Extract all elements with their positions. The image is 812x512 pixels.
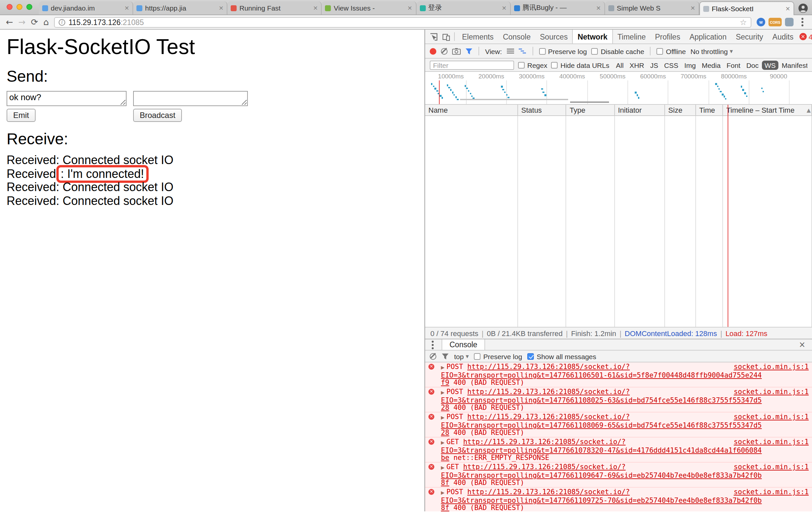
devtools-tab-timeline[interactable]: Timeline: [613, 30, 650, 43]
screenshot-icon[interactable]: [452, 48, 461, 54]
resource-type-filter-media[interactable]: Media: [699, 60, 723, 69]
tab-close-icon[interactable]: ×: [313, 5, 318, 11]
filter-funnel-icon[interactable]: [465, 48, 472, 54]
resource-type-filter-manifest[interactable]: Manifest: [779, 60, 807, 69]
disclosure-triangle-icon[interactable]: ▶: [441, 415, 444, 420]
traffic-light-close[interactable]: [7, 4, 12, 10]
inspect-icon[interactable]: [428, 33, 439, 40]
browser-tab[interactable]: Flask-SocketI×: [699, 1, 794, 15]
throttling-select[interactable]: No throttling ▼: [690, 47, 733, 55]
resource-type-filter-css[interactable]: CSS: [661, 60, 681, 69]
browser-tab[interactable]: dev.jiandao.im×: [39, 1, 133, 14]
network-filter-input[interactable]: [430, 60, 514, 69]
tab-close-icon[interactable]: ×: [596, 5, 601, 11]
extension-badge[interactable]: [785, 18, 793, 26]
devtools-tab-audits[interactable]: Audits: [768, 30, 798, 43]
view-waterfall-icon[interactable]: [518, 48, 526, 54]
source-location-link[interactable]: socket.io.min.js:1: [733, 413, 809, 420]
network-overview[interactable]: 10000ms20000ms30000ms40000ms50000ms60000…: [425, 72, 812, 105]
console-close-icon[interactable]: ×: [799, 340, 805, 349]
tab-close-icon[interactable]: ×: [785, 6, 790, 11]
source-location-link[interactable]: socket.io.min.js:1: [733, 438, 809, 446]
tab-close-icon[interactable]: ×: [501, 5, 506, 11]
resource-type-filter-ws[interactable]: WS: [762, 60, 778, 69]
browser-tab[interactable]: 腾讯Bugly - —×: [511, 1, 605, 14]
show-all-messages-checkbox[interactable]: Show all messages: [527, 352, 596, 360]
console-filter-icon[interactable]: [442, 353, 449, 359]
devtools-tab-profiles[interactable]: Profiles: [650, 30, 685, 43]
back-icon[interactable]: ←: [6, 18, 13, 26]
column-header-time[interactable]: Time: [696, 105, 723, 115]
device-toolbar-icon[interactable]: [440, 33, 452, 40]
omnibox[interactable]: i 115.29.173.126:21085 ☆: [54, 17, 751, 27]
broadcast-textarea[interactable]: [133, 91, 248, 106]
browser-menu-icon[interactable]: [802, 21, 804, 23]
error-badge[interactable]: × 41: [800, 33, 812, 40]
forward-icon[interactable]: →: [19, 18, 26, 26]
resource-type-filter-all[interactable]: All: [613, 60, 626, 69]
devtools-tab-security[interactable]: Security: [731, 30, 768, 43]
browser-tab[interactable]: 登录×: [416, 1, 511, 14]
sort-arrow-icon[interactable]: ▲: [807, 108, 811, 113]
resource-type-filter-js[interactable]: JS: [647, 60, 661, 69]
execution-context-select[interactable]: top ▼: [454, 352, 469, 360]
emit-button[interactable]: Emit: [7, 109, 36, 122]
tab-close-icon[interactable]: ×: [690, 5, 695, 11]
devtools-tab-network[interactable]: Network: [573, 30, 613, 43]
disclosure-triangle-icon[interactable]: ▶: [441, 490, 444, 495]
tab-close-icon[interactable]: ×: [219, 5, 224, 11]
info-icon[interactable]: i: [59, 19, 65, 25]
console-drawer-menu-icon[interactable]: [432, 344, 434, 345]
column-header-status[interactable]: Status: [518, 105, 567, 115]
profile-avatar-icon[interactable]: [798, 3, 808, 13]
column-header-type[interactable]: Type: [567, 105, 615, 115]
devtools-tab-sources[interactable]: Sources: [535, 30, 572, 43]
offline-checkbox[interactable]: Offline: [657, 47, 686, 55]
disable-cache-checkbox[interactable]: Disable cache: [591, 47, 644, 55]
broadcast-button[interactable]: Broadcast: [133, 109, 182, 122]
console-preserve-log-checkbox[interactable]: Preserve log: [474, 352, 522, 360]
preserve-log-checkbox[interactable]: Preserve log: [539, 47, 587, 55]
record-button[interactable]: [430, 48, 436, 54]
column-header-initiator[interactable]: Initiator: [615, 105, 665, 115]
browser-tab[interactable]: https://app.jia×: [133, 1, 227, 14]
bookmark-star-icon[interactable]: ☆: [740, 18, 747, 27]
resource-type-filter-xhr[interactable]: XHR: [627, 60, 646, 69]
reload-icon[interactable]: ⟳: [31, 18, 38, 26]
home-icon[interactable]: ⌂: [43, 18, 49, 26]
extension-badge[interactable]: CORS: [768, 18, 782, 26]
source-location-link[interactable]: socket.io.min.js:1: [733, 363, 809, 370]
browser-tab[interactable]: Running Fast×: [228, 1, 322, 14]
source-location-link[interactable]: socket.io.min.js:1: [733, 388, 809, 395]
source-location-link[interactable]: socket.io.min.js:1: [733, 488, 809, 495]
column-header-timeline[interactable]: Timeline – Start Time: [723, 105, 812, 115]
devtools-tab-elements[interactable]: Elements: [457, 30, 498, 43]
column-header-name[interactable]: Name: [425, 105, 518, 115]
column-header-size[interactable]: Size: [665, 105, 696, 115]
clear-icon[interactable]: [441, 48, 447, 54]
console-tab[interactable]: Console: [442, 339, 485, 350]
resource-type-filter-doc[interactable]: Doc: [744, 60, 761, 69]
resource-type-filter-img[interactable]: Img: [682, 60, 698, 69]
disclosure-triangle-icon[interactable]: ▶: [441, 390, 444, 395]
disclosure-triangle-icon[interactable]: ▶: [441, 465, 444, 471]
hide-data-urls-checkbox[interactable]: Hide data URLs: [551, 61, 609, 69]
traffic-light-minimize[interactable]: [17, 4, 22, 10]
console-clear-icon[interactable]: [430, 353, 436, 359]
regex-checkbox[interactable]: Regex: [518, 61, 547, 69]
extension-badge[interactable]: W: [757, 18, 765, 26]
resource-type-filter-font[interactable]: Font: [724, 60, 743, 69]
disclosure-triangle-icon[interactable]: ▶: [441, 365, 444, 370]
devtools-tab-application[interactable]: Application: [685, 30, 731, 43]
source-location-link[interactable]: socket.io.min.js:1: [733, 463, 809, 471]
browser-tab[interactable]: View Issues -×: [322, 1, 416, 14]
view-list-icon[interactable]: [506, 48, 514, 54]
devtools-tab-console[interactable]: Console: [498, 30, 535, 43]
browser-tab[interactable]: Simple Web S×: [605, 1, 699, 14]
disclosure-triangle-icon[interactable]: ▶: [441, 440, 444, 446]
tab-close-icon[interactable]: ×: [407, 5, 412, 11]
tab-close-icon[interactable]: ×: [124, 5, 129, 11]
network-table-body[interactable]: [425, 116, 812, 327]
traffic-light-zoom[interactable]: [26, 4, 32, 10]
emit-textarea[interactable]: ok now?: [7, 91, 126, 106]
